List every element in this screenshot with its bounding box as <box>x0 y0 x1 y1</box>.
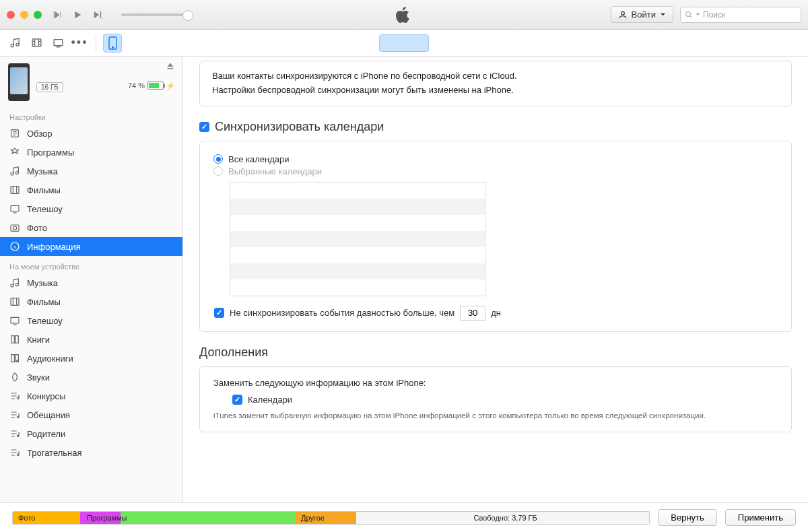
sidebar-item-label: Программы <box>27 147 74 158</box>
svg-rect-4 <box>32 39 41 46</box>
media-tabbar: ••• <box>0 30 808 57</box>
window-controls <box>7 11 42 19</box>
svg-rect-11 <box>11 187 19 194</box>
sidebar-item-label: Телешоу <box>27 204 63 214</box>
section-title: Синхронизировать календари <box>215 120 384 134</box>
sidebar-item-label: Фильмы <box>27 185 61 195</box>
svg-point-7 <box>112 46 113 48</box>
sidebar-item-label: Музыка <box>27 166 58 176</box>
sidebar-section-device: На моем устройстве <box>0 256 182 273</box>
more-tab-icon[interactable]: ••• <box>70 34 89 53</box>
chevron-down-icon <box>696 12 700 17</box>
divider <box>96 35 96 51</box>
svg-rect-13 <box>11 225 19 231</box>
eject-icon[interactable] <box>166 62 174 70</box>
content-area: Ваши контакты синхронизируются с iPhone … <box>183 57 808 502</box>
sidebar-item-music[interactable]: Музыка <box>0 162 182 180</box>
replace-calendars-row: Календари <box>232 395 778 405</box>
sidebar-item-tvshows[interactable]: Телешоу <box>0 199 182 218</box>
sync-calendars-checkbox[interactable] <box>199 122 209 132</box>
revert-button[interactable]: Вернуть <box>658 509 717 526</box>
sidebar-item-books[interactable]: Книги <box>0 330 182 349</box>
volume-slider[interactable] <box>121 13 189 16</box>
sidebar: 16 ГБ 74 % ⚡ Настройки Обзор Программы М… <box>0 57 183 502</box>
svg-point-0 <box>621 11 624 15</box>
sidebar-item-playlist-1[interactable]: Конкурсы <box>0 387 182 405</box>
radio-all-calendars[interactable]: Все календари <box>213 154 778 164</box>
sidebar-item-label: Телешоу <box>27 316 63 326</box>
minimize-window-icon[interactable] <box>20 11 28 19</box>
icloud-info-box: Ваши контакты синхронизируются с iPhone … <box>199 61 792 106</box>
sidebar-item-playlist-4[interactable]: Трогательная <box>0 443 182 462</box>
button-label: Применить <box>738 512 783 523</box>
playback-controls <box>51 9 189 21</box>
svg-point-16 <box>11 284 13 287</box>
close-window-icon[interactable] <box>7 11 15 19</box>
seg-label: Свободно: 3,79 ГБ <box>473 514 537 522</box>
replace-note: iTunes заменит выбранную информацию на э… <box>213 410 778 422</box>
sidebar-item-label: Звуки <box>27 372 50 383</box>
search-placeholder: Поиск <box>703 10 725 20</box>
sidebar-item-playlist-2[interactable]: Обещания <box>0 405 182 424</box>
seg-label: Программы <box>87 514 127 522</box>
sync-limit-row: Не синхронизировать события давностью бо… <box>214 306 778 321</box>
sidebar-item-label: Фильмы <box>27 297 61 307</box>
play-icon[interactable] <box>71 9 83 21</box>
sidebar-item-audiobooks[interactable]: Аудиокниги <box>0 349 182 368</box>
sidebar-item-photos[interactable]: Фото <box>0 218 182 237</box>
sidebar-item-summary[interactable]: Обзор <box>0 124 182 143</box>
sidebar-item-tones[interactable]: Звуки <box>0 368 182 387</box>
sync-limit-unit: дн <box>491 308 501 318</box>
next-icon[interactable] <box>92 9 104 21</box>
sidebar-item-label: Обзор <box>27 129 53 139</box>
svg-point-14 <box>13 226 16 230</box>
info-text: Ваши контакты синхронизируются с iPhone … <box>212 69 779 84</box>
replace-calendars-label: Календари <box>248 395 292 405</box>
fullscreen-window-icon[interactable] <box>34 11 42 19</box>
svg-rect-12 <box>11 205 19 211</box>
radio-icon <box>213 154 223 164</box>
previous-icon[interactable] <box>51 9 63 21</box>
battery-percent: 74 % <box>128 81 145 90</box>
sidebar-item-apps[interactable]: Программы <box>0 143 182 162</box>
svg-point-17 <box>15 284 18 286</box>
tv-tab-icon[interactable] <box>48 34 67 53</box>
replace-info-label: Заменить следующую информацию на этом iP… <box>213 378 778 388</box>
sidebar-item-tvshows-ondevice[interactable]: Телешоу <box>0 311 182 330</box>
seg-label: Фото <box>18 514 35 522</box>
radio-selected-calendars[interactable]: Выбранные календари <box>213 166 778 176</box>
sidebar-item-music-ondevice[interactable]: Музыка <box>0 273 182 292</box>
login-label: Войти <box>632 9 656 20</box>
sidebar-item-movies[interactable]: Фильмы <box>0 180 182 199</box>
svg-point-10 <box>15 172 18 174</box>
search-input[interactable]: Поиск <box>680 7 801 23</box>
info-text: Настройки беспроводной синхронизации мог… <box>212 84 779 98</box>
radio-label: Все календари <box>228 154 290 164</box>
center-nav-pill[interactable] <box>379 34 429 52</box>
svg-rect-5 <box>54 40 63 46</box>
chevron-down-icon <box>660 11 666 18</box>
radio-icon <box>213 166 223 176</box>
storage-badge: 16 ГБ <box>36 82 63 92</box>
sidebar-item-label: Родители <box>27 429 65 439</box>
sidebar-item-playlist-3[interactable]: Родители <box>0 424 182 443</box>
replace-calendars-checkbox[interactable] <box>232 395 242 405</box>
sync-limit-label: Не синхронизировать события давностью бо… <box>230 308 454 318</box>
button-label: Вернуть <box>671 512 704 523</box>
sidebar-item-movies-ondevice[interactable]: Фильмы <box>0 292 182 311</box>
music-tab-icon[interactable] <box>5 34 24 53</box>
svg-point-3 <box>15 43 18 46</box>
movies-tab-icon[interactable] <box>27 34 46 53</box>
calendar-list <box>230 182 485 296</box>
login-button[interactable]: Войти <box>611 6 673 23</box>
sidebar-item-label: Информация <box>27 242 81 252</box>
apply-button[interactable]: Применить <box>725 509 796 526</box>
sidebar-item-info[interactable]: Информация <box>0 237 182 256</box>
svg-point-1 <box>686 11 691 16</box>
storage-seg-photo: Фото <box>13 512 80 524</box>
sync-limit-checkbox[interactable] <box>214 308 224 318</box>
sync-limit-input[interactable] <box>460 306 485 321</box>
svg-point-2 <box>11 44 13 47</box>
svg-rect-18 <box>11 298 19 306</box>
device-tab-icon[interactable] <box>103 34 122 53</box>
